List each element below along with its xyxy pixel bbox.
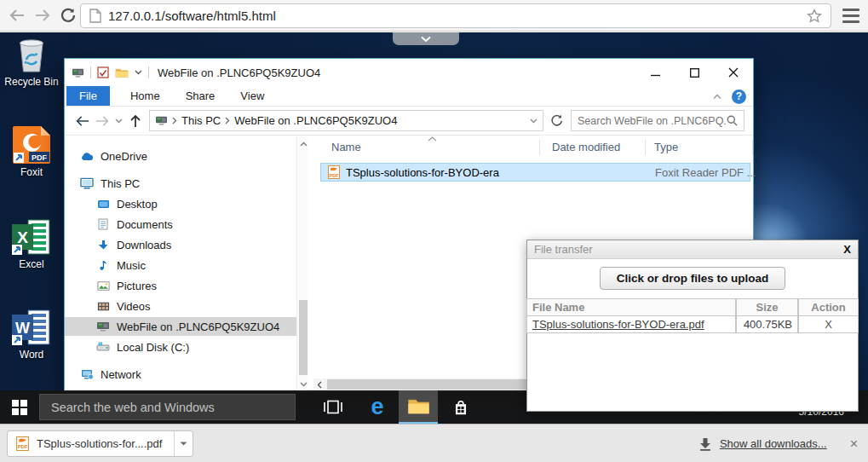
sidebar-item-local-disk[interactable]: Local Disk (C:) bbox=[65, 338, 296, 356]
transfer-delete-action[interactable]: X bbox=[798, 316, 859, 332]
sidebar-item-music[interactable]: Music bbox=[65, 256, 296, 274]
scroll-up-icon[interactable] bbox=[297, 137, 309, 150]
desktop-icon-word[interactable]: W Word bbox=[0, 307, 63, 361]
task-view-button[interactable] bbox=[315, 390, 351, 424]
breadcrumb[interactable]: This PC WebFile on .PLNC6PQ5K9ZUO4 bbox=[149, 110, 543, 131]
file-name[interactable]: TSplus-solutions-for-BYOD-era bbox=[346, 166, 499, 179]
remote-session-icon bbox=[72, 67, 84, 78]
tab-share[interactable]: Share bbox=[173, 86, 228, 106]
transfer-table-header: File Name Size Action bbox=[526, 299, 859, 316]
browser-menu-icon[interactable] bbox=[841, 7, 861, 25]
refresh-icon[interactable] bbox=[546, 110, 566, 131]
documents-icon bbox=[96, 218, 110, 231]
sidebar-item-pictures[interactable]: Pictures bbox=[65, 276, 296, 295]
explorer-titlebar[interactable]: WebFile on .PLNC6PQ5K9ZUO4 bbox=[65, 59, 753, 86]
help-button[interactable]: ? bbox=[732, 90, 746, 104]
downloads-arrow-icon bbox=[96, 239, 110, 251]
history-caret-icon[interactable] bbox=[112, 111, 125, 131]
location-icon bbox=[155, 115, 168, 126]
tab-file[interactable]: File bbox=[66, 86, 110, 106]
svg-text:PDF: PDF bbox=[32, 153, 48, 162]
download-shelf: TSplus-solutions-for....pdf Show all dow… bbox=[0, 424, 868, 462]
scroll-left-icon[interactable] bbox=[313, 378, 325, 390]
store-bag-icon bbox=[451, 398, 470, 417]
desktop-icon-recycle-bin[interactable]: Recycle Bin bbox=[0, 34, 63, 88]
nav-back-icon[interactable] bbox=[72, 111, 92, 131]
nav-scrollbar[interactable] bbox=[296, 136, 308, 391]
foxit-pdf-file-icon bbox=[16, 436, 29, 451]
browser-back-icon[interactable] bbox=[5, 3, 29, 27]
desktop-icon-foxit[interactable]: PDF Foxit bbox=[0, 124, 63, 178]
download-item[interactable]: TSplus-solutions-for....pdf bbox=[7, 430, 193, 457]
nav-forward-icon[interactable] bbox=[92, 111, 112, 131]
column-headers: Name Date modified Type bbox=[310, 136, 753, 159]
breadcrumb-root[interactable]: This PC bbox=[181, 114, 221, 127]
address-omnibox[interactable]: 127.0.0.1/software/html5.html bbox=[80, 3, 831, 28]
maximize-button[interactable] bbox=[675, 59, 714, 86]
tab-view[interactable]: View bbox=[227, 86, 277, 106]
properties-check-icon[interactable] bbox=[97, 66, 109, 78]
new-folder-icon[interactable] bbox=[115, 67, 129, 78]
address-row: This PC WebFile on .PLNC6PQ5K9ZUO4 Searc… bbox=[65, 107, 753, 136]
column-date-modified[interactable]: Date modified bbox=[552, 141, 620, 153]
minimize-button[interactable] bbox=[635, 59, 675, 86]
file-explorer-button[interactable] bbox=[399, 390, 438, 424]
svg-text:W: W bbox=[15, 320, 30, 337]
transfer-table: File Name Size Action TSplus-solutions-f… bbox=[526, 298, 859, 333]
column-type[interactable]: Type bbox=[654, 141, 678, 153]
session-pulldown-tab[interactable] bbox=[393, 32, 459, 45]
bookmark-star-icon[interactable] bbox=[807, 9, 822, 24]
qat-customize-caret-icon[interactable] bbox=[135, 70, 142, 75]
show-all-downloads-link[interactable]: Show all downloads... bbox=[720, 437, 827, 450]
task-view-icon bbox=[323, 400, 343, 414]
edge-button[interactable]: e bbox=[359, 390, 395, 424]
nav-up-icon[interactable] bbox=[125, 111, 146, 131]
download-item-caret-icon[interactable] bbox=[175, 442, 193, 446]
breadcrumb-current[interactable]: WebFile on .PLNC6PQ5K9ZUO4 bbox=[234, 114, 397, 127]
sidebar-item-documents[interactable]: Documents bbox=[65, 215, 296, 234]
sidebar-item-webfile[interactable]: WebFile on .PLNC6PQ5K9ZUO4 bbox=[65, 317, 296, 336]
sidebar-item-desktop[interactable]: Desktop bbox=[65, 194, 296, 213]
transfer-table-row: TSplus-solutions-for-BYOD-era.pdf 400.75… bbox=[526, 316, 859, 333]
column-name[interactable]: Name bbox=[331, 141, 361, 153]
dialog-title: File transfer bbox=[534, 243, 843, 256]
desktop-icon-excel[interactable]: X Excel bbox=[0, 217, 63, 270]
remote-desktop: Recycle Bin PDF Foxit bbox=[0, 32, 868, 424]
transfer-file-size: 400.75KB bbox=[736, 316, 798, 332]
sidebar-item-onedrive[interactable]: OneDrive bbox=[65, 147, 296, 165]
address-dropdown-caret-icon[interactable] bbox=[530, 118, 537, 124]
col-action: Action bbox=[798, 299, 859, 315]
browser-forward-icon[interactable] bbox=[31, 3, 55, 27]
videos-icon bbox=[96, 300, 110, 313]
download-item-label: TSplus-solutions-for....pdf bbox=[29, 437, 174, 450]
transfer-file-link[interactable]: TSplus-solutions-for-BYOD-era.pdf bbox=[526, 316, 736, 332]
dialog-close-button[interactable]: X bbox=[843, 243, 851, 256]
webfile-drive-icon bbox=[96, 321, 110, 333]
upload-button[interactable]: Click or drop files to upload bbox=[600, 267, 786, 290]
desktop-folder-icon bbox=[96, 198, 110, 211]
quick-access-toolbar bbox=[72, 66, 149, 78]
onedrive-cloud-icon bbox=[80, 150, 94, 163]
col-file-name: File Name bbox=[526, 299, 736, 315]
nav-scrollbar-thumb[interactable] bbox=[299, 300, 308, 375]
sidebar-item-this-pc[interactable]: This PC bbox=[65, 174, 296, 193]
sidebar-item-downloads[interactable]: Downloads bbox=[65, 235, 296, 254]
close-button[interactable] bbox=[714, 59, 753, 86]
scroll-down-icon[interactable] bbox=[297, 378, 309, 390]
ribbon-collapse-chevron-icon[interactable] bbox=[713, 94, 721, 100]
sidebar-item-videos[interactable]: Videos bbox=[65, 297, 296, 315]
ribbon-tabs: File Home Share View ? bbox=[65, 86, 753, 107]
sort-ascending-icon[interactable] bbox=[428, 136, 437, 141]
sidebar-item-network[interactable]: Network bbox=[65, 365, 296, 384]
tab-home[interactable]: Home bbox=[118, 86, 173, 106]
url-text[interactable]: 127.0.0.1/software/html5.html bbox=[108, 9, 807, 23]
file-row-selected[interactable]: TSplus-solutions-for-BYOD-era Foxit Read… bbox=[320, 163, 750, 182]
taskbar-search-input[interactable]: Search the web and Windows bbox=[39, 394, 296, 420]
dialog-header[interactable]: File transfer X bbox=[527, 240, 858, 259]
browser-reload-icon[interactable] bbox=[56, 3, 80, 27]
windows-store-button[interactable] bbox=[441, 390, 480, 424]
shelf-close-icon[interactable]: × bbox=[850, 436, 858, 452]
music-note-icon bbox=[96, 259, 110, 272]
explorer-search-input[interactable]: Search WebFile on .PLNC6PQ... bbox=[571, 110, 744, 131]
start-button[interactable] bbox=[0, 390, 39, 424]
